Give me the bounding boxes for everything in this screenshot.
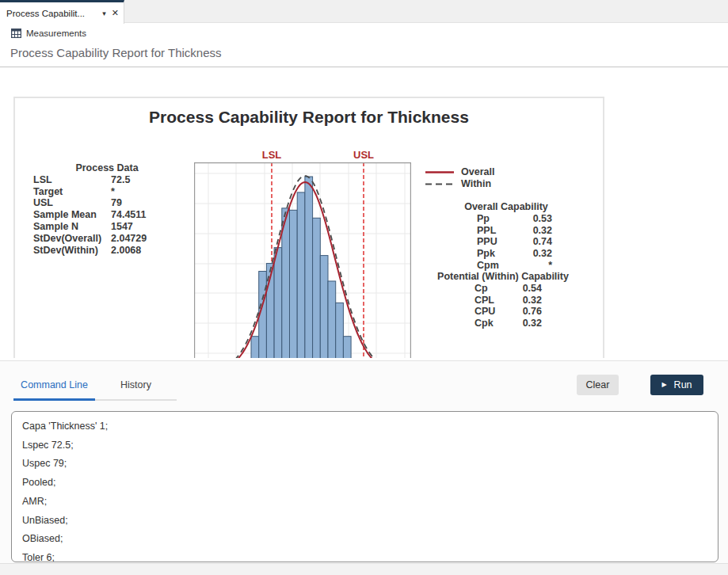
stat-row: CPU0.76 bbox=[475, 306, 542, 318]
overall-line-swatch-icon bbox=[425, 166, 454, 178]
stat-row: USL79 bbox=[33, 197, 192, 209]
document-tab[interactable]: Process Capabilit... ▾ ✕ bbox=[0, 0, 124, 24]
within-capability-title: Potential (Within) Capability bbox=[420, 271, 586, 283]
stat-row: PPL0.32 bbox=[477, 225, 552, 237]
command-panel-tabs: Command Line History bbox=[13, 373, 177, 401]
process-data-title: Process Data bbox=[33, 162, 181, 174]
command-line-text[interactable]: UnBiased; bbox=[22, 512, 707, 531]
tab-command-line[interactable]: Command Line bbox=[13, 373, 95, 401]
close-icon[interactable]: ✕ bbox=[112, 8, 119, 18]
stat-row: CPL0.32 bbox=[475, 295, 542, 307]
stat-row: StDev(Within)2.0068 bbox=[33, 245, 192, 257]
command-panel: Command Line History Clear ▶ Run Capa 'T… bbox=[0, 360, 728, 575]
document-tab-strip: Process Capabilit... ▾ ✕ bbox=[0, 0, 728, 23]
chart-title: Process Capability Report for Thickness bbox=[15, 108, 603, 127]
legend-item-within: Within bbox=[425, 178, 494, 190]
overall-capability-title: Overall Capability bbox=[443, 201, 570, 213]
chevron-down-icon[interactable]: ▾ bbox=[102, 10, 106, 17]
run-button[interactable]: ▶ Run bbox=[650, 375, 703, 395]
usl-label: USL bbox=[353, 149, 374, 161]
stat-row: Pp0.53 bbox=[477, 213, 552, 225]
document-tab-title: Process Capabilit... bbox=[6, 9, 97, 18]
within-capability-block: Potential (Within) Capability Cp0.54 CPL… bbox=[420, 271, 586, 329]
stat-row: Cpk0.32 bbox=[475, 318, 542, 329]
stat-row: PPU0.74 bbox=[477, 236, 552, 248]
stat-row: Sample N1547 bbox=[33, 221, 192, 233]
command-line-text[interactable]: Toler 6; bbox=[22, 549, 707, 562]
stat-row: Sample Mean74.4511 bbox=[33, 209, 192, 221]
panel-footer bbox=[0, 563, 728, 575]
legend-item-overall: Overall bbox=[425, 166, 494, 178]
lsl-label: LSL bbox=[262, 149, 282, 161]
command-line-text[interactable]: Capa 'Thickness' 1; bbox=[22, 417, 707, 436]
stat-row: Cpm* bbox=[477, 260, 552, 272]
play-icon: ▶ bbox=[661, 382, 666, 388]
overall-capability-block: Overall Capability Pp0.53 PPL0.32 PPU0.7… bbox=[443, 201, 570, 272]
command-line-text[interactable]: AMR; bbox=[22, 493, 707, 512]
stat-row: Cp0.54 bbox=[475, 283, 542, 295]
capability-histogram-svg bbox=[194, 162, 411, 358]
stat-row: StDev(Overall)2.04729 bbox=[33, 233, 192, 245]
stat-row: Ppk0.32 bbox=[477, 248, 552, 260]
command-input-area[interactable]: Capa 'Thickness' 1; Lspec 72.5; Uspec 79… bbox=[11, 411, 718, 562]
chart-legend: Overall Within bbox=[425, 166, 494, 190]
capability-report-card[interactable]: Process Capability Report for Thickness … bbox=[13, 97, 604, 358]
table-grid-icon bbox=[11, 29, 21, 38]
tab-history[interactable]: History bbox=[95, 373, 177, 399]
stat-row: LSL72.5 bbox=[33, 174, 192, 186]
within-line-swatch-icon bbox=[425, 178, 454, 190]
command-line-text[interactable]: Pooled; bbox=[22, 474, 707, 493]
command-line-text[interactable]: Lspec 72.5; bbox=[22, 436, 707, 455]
worksheet-name: Measurements bbox=[26, 29, 86, 38]
clear-button[interactable]: Clear bbox=[577, 375, 619, 395]
header-divider bbox=[0, 67, 728, 67]
worksheet-link[interactable]: Measurements bbox=[11, 29, 86, 38]
process-data-block: Process Data LSL72.5 Target* USL79 Sampl… bbox=[33, 162, 192, 256]
page-title: Process Capability Report for Thickness bbox=[10, 46, 222, 59]
stat-row: Target* bbox=[33, 186, 192, 198]
command-line-text[interactable]: Uspec 79; bbox=[22, 455, 707, 474]
command-line-text[interactable]: OBiased; bbox=[22, 530, 707, 549]
